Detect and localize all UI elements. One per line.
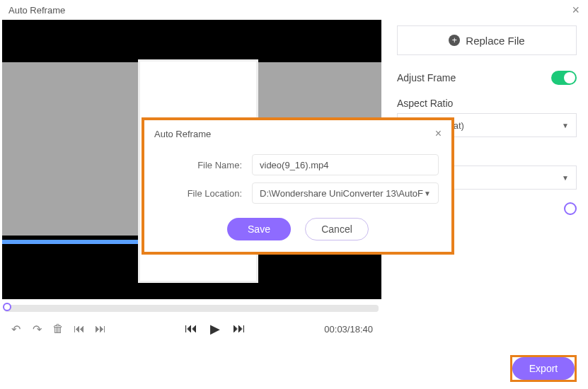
toggle-dot	[564, 72, 575, 83]
dialog-close-icon[interactable]: ×	[435, 127, 442, 140]
title-bar: Auto Reframe ×	[0, 0, 588, 20]
plus-icon: +	[449, 35, 460, 46]
radio-option[interactable]	[564, 202, 577, 215]
adjust-frame-label: Adjust Frame	[397, 72, 456, 83]
time-display: 00:03/18:40	[324, 324, 373, 335]
save-dialog-highlight: Auto Reframe × File Name: File Location:…	[142, 117, 454, 255]
save-dialog: Auto Reframe × File Name: File Location:…	[144, 120, 451, 240]
cancel-button[interactable]: Cancel	[305, 218, 369, 240]
filename-input[interactable]	[252, 154, 439, 175]
prev-frame-icon[interactable]: ⏮	[74, 323, 85, 335]
timeline-knob[interactable]	[3, 303, 11, 311]
aspect-ratio-label: Aspect Ratio	[397, 98, 577, 109]
play-icon[interactable]: ▶	[210, 321, 220, 337]
location-select[interactable]: D:\Wondershare UniConverter 13\AutoF ▼	[252, 182, 439, 204]
export-button[interactable]: Export	[512, 357, 575, 380]
replace-file-label: Replace File	[466, 35, 524, 47]
location-value: D:\Wondershare UniConverter 13\AutoF	[260, 188, 423, 199]
timeline-slider[interactable]	[4, 305, 379, 312]
adjust-frame-toggle[interactable]	[551, 71, 577, 85]
dialog-title: Auto Reframe	[154, 129, 211, 139]
replace-file-button[interactable]: + Replace File	[397, 25, 577, 55]
chevron-down-icon: ▼	[424, 190, 431, 197]
chevron-down-icon: ▼	[562, 122, 569, 129]
playback-controls: ↶ ↷ 🗑 ⏮ ⏭ ⏮ ▶ ⏭ 00:03/18:40	[0, 312, 383, 346]
undo-icon[interactable]: ↶	[10, 323, 21, 335]
close-icon[interactable]: ×	[572, 3, 580, 18]
prev-icon[interactable]: ⏮	[185, 321, 197, 337]
filename-label: File Name:	[157, 160, 242, 170]
save-button[interactable]: Save	[227, 218, 291, 240]
next-icon[interactable]: ⏭	[233, 321, 246, 337]
progress-indicator	[2, 240, 138, 244]
chevron-down-icon: ▼	[562, 174, 569, 182]
location-label: File Location:	[157, 188, 242, 199]
delete-icon[interactable]: 🗑	[52, 323, 64, 335]
redo-icon[interactable]: ↷	[31, 323, 42, 335]
window-title: Auto Reframe	[8, 5, 65, 16]
export-highlight: Export	[510, 355, 577, 382]
next-frame-icon[interactable]: ⏭	[95, 323, 106, 335]
